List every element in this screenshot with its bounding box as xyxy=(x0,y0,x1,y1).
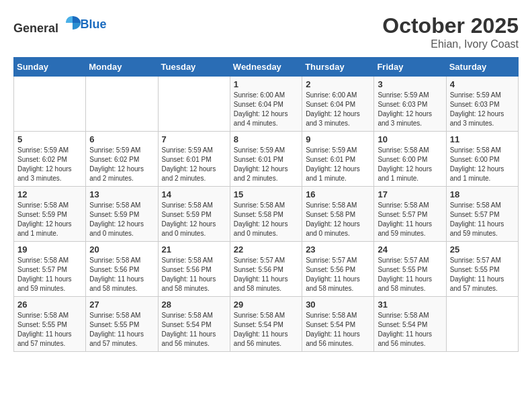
calendar-cell: 19Sunrise: 5:58 AM Sunset: 5:57 PM Dayli… xyxy=(14,242,86,297)
day-number: 21 xyxy=(162,244,226,255)
day-number: 12 xyxy=(17,189,82,199)
day-info: Sunrise: 5:58 AM Sunset: 5:58 PM Dayligh… xyxy=(306,201,370,238)
day-number: 28 xyxy=(162,300,226,310)
calendar-cell: 9Sunrise: 5:59 AM Sunset: 6:01 PM Daylig… xyxy=(302,132,374,187)
day-info: Sunrise: 5:57 AM Sunset: 5:56 PM Dayligh… xyxy=(234,256,298,293)
calendar-cell: 23Sunrise: 5:57 AM Sunset: 5:56 PM Dayli… xyxy=(302,242,374,297)
location-subtitle: Ehian, Ivory Coast xyxy=(382,38,519,50)
title-block: October 2025 Ehian, Ivory Coast xyxy=(382,13,519,50)
day-number: 11 xyxy=(450,134,515,144)
calendar-cell: 29Sunrise: 5:58 AM Sunset: 5:54 PM Dayli… xyxy=(230,297,302,352)
day-number: 9 xyxy=(306,134,370,144)
day-number: 25 xyxy=(450,244,515,255)
calendar-cell: 6Sunrise: 5:59 AM Sunset: 6:02 PM Daylig… xyxy=(86,132,158,187)
day-info: Sunrise: 5:59 AM Sunset: 6:01 PM Dayligh… xyxy=(234,146,298,183)
day-number: 16 xyxy=(306,189,370,199)
day-number: 20 xyxy=(89,244,154,255)
calendar-cell: 18Sunrise: 5:58 AM Sunset: 5:57 PM Dayli… xyxy=(446,187,518,242)
day-number: 3 xyxy=(378,79,442,89)
weekday-header-tuesday: Tuesday xyxy=(158,58,230,77)
calendar-cell: 13Sunrise: 5:58 AM Sunset: 5:59 PM Dayli… xyxy=(86,187,158,242)
day-number: 18 xyxy=(450,189,515,199)
day-number: 26 xyxy=(17,300,82,310)
logo-text-blue: Blue xyxy=(81,17,107,32)
logo: General Blue xyxy=(13,13,107,36)
calendar-cell: 28Sunrise: 5:58 AM Sunset: 5:54 PM Dayli… xyxy=(158,297,230,352)
day-info: Sunrise: 5:57 AM Sunset: 5:56 PM Dayligh… xyxy=(306,256,370,293)
day-number: 8 xyxy=(234,134,298,144)
day-info: Sunrise: 5:58 AM Sunset: 5:58 PM Dayligh… xyxy=(234,201,298,238)
calendar-cell: 11Sunrise: 5:58 AM Sunset: 6:00 PM Dayli… xyxy=(446,132,518,187)
day-info: Sunrise: 5:57 AM Sunset: 5:55 PM Dayligh… xyxy=(450,256,515,293)
week-row-0: 1Sunrise: 6:00 AM Sunset: 6:04 PM Daylig… xyxy=(14,77,519,132)
month-title: October 2025 xyxy=(382,13,519,38)
day-info: Sunrise: 5:58 AM Sunset: 5:55 PM Dayligh… xyxy=(17,311,82,349)
day-number: 19 xyxy=(17,244,82,255)
day-number: 14 xyxy=(162,189,226,199)
logo-icon xyxy=(63,13,82,32)
weekday-header-monday: Monday xyxy=(86,58,158,77)
day-number: 6 xyxy=(89,134,154,144)
weekday-header-thursday: Thursday xyxy=(302,58,374,77)
day-info: Sunrise: 5:58 AM Sunset: 5:56 PM Dayligh… xyxy=(162,256,226,293)
calendar-cell: 30Sunrise: 5:58 AM Sunset: 5:54 PM Dayli… xyxy=(302,297,374,352)
calendar-cell: 2Sunrise: 6:00 AM Sunset: 6:04 PM Daylig… xyxy=(302,77,374,132)
weekday-header-row: SundayMondayTuesdayWednesdayThursdayFrid… xyxy=(14,58,519,77)
day-number: 10 xyxy=(378,134,442,144)
day-number: 29 xyxy=(234,300,298,310)
day-info: Sunrise: 5:58 AM Sunset: 5:55 PM Dayligh… xyxy=(89,311,154,349)
day-info: Sunrise: 5:59 AM Sunset: 6:03 PM Dayligh… xyxy=(450,91,515,128)
day-info: Sunrise: 5:59 AM Sunset: 6:01 PM Dayligh… xyxy=(306,146,370,183)
calendar-cell: 24Sunrise: 5:57 AM Sunset: 5:55 PM Dayli… xyxy=(374,242,446,297)
calendar-cell: 4Sunrise: 5:59 AM Sunset: 6:03 PM Daylig… xyxy=(446,77,518,132)
calendar-cell: 15Sunrise: 5:58 AM Sunset: 5:58 PM Dayli… xyxy=(230,187,302,242)
calendar-cell xyxy=(158,77,230,132)
day-info: Sunrise: 5:59 AM Sunset: 6:02 PM Dayligh… xyxy=(89,146,154,183)
weekday-header-saturday: Saturday xyxy=(446,58,518,77)
day-number: 17 xyxy=(378,189,442,199)
day-info: Sunrise: 5:58 AM Sunset: 5:54 PM Dayligh… xyxy=(306,311,370,349)
calendar-cell: 14Sunrise: 5:58 AM Sunset: 5:59 PM Dayli… xyxy=(158,187,230,242)
calendar-cell xyxy=(446,297,518,352)
week-row-4: 26Sunrise: 5:58 AM Sunset: 5:55 PM Dayli… xyxy=(14,297,519,352)
day-info: Sunrise: 5:58 AM Sunset: 5:54 PM Dayligh… xyxy=(378,311,442,349)
day-info: Sunrise: 5:58 AM Sunset: 5:57 PM Dayligh… xyxy=(378,201,442,238)
day-number: 2 xyxy=(306,79,370,89)
day-number: 30 xyxy=(306,300,370,310)
day-info: Sunrise: 5:58 AM Sunset: 5:57 PM Dayligh… xyxy=(17,256,82,293)
calendar-cell: 10Sunrise: 5:58 AM Sunset: 6:00 PM Dayli… xyxy=(374,132,446,187)
calendar-cell: 22Sunrise: 5:57 AM Sunset: 5:56 PM Dayli… xyxy=(230,242,302,297)
calendar-cell: 7Sunrise: 5:59 AM Sunset: 6:01 PM Daylig… xyxy=(158,132,230,187)
day-number: 1 xyxy=(234,79,298,89)
calendar-cell: 31Sunrise: 5:58 AM Sunset: 5:54 PM Dayli… xyxy=(374,297,446,352)
weekday-header-friday: Friday xyxy=(374,58,446,77)
calendar-cell: 25Sunrise: 5:57 AM Sunset: 5:55 PM Dayli… xyxy=(446,242,518,297)
calendar-cell: 12Sunrise: 5:58 AM Sunset: 5:59 PM Dayli… xyxy=(14,187,86,242)
day-number: 5 xyxy=(17,134,82,144)
calendar-cell: 3Sunrise: 5:59 AM Sunset: 6:03 PM Daylig… xyxy=(374,77,446,132)
day-number: 22 xyxy=(234,244,298,255)
day-number: 31 xyxy=(378,300,442,310)
weekday-header-sunday: Sunday xyxy=(14,58,86,77)
calendar-cell: 17Sunrise: 5:58 AM Sunset: 5:57 PM Dayli… xyxy=(374,187,446,242)
day-info: Sunrise: 5:58 AM Sunset: 5:59 PM Dayligh… xyxy=(162,201,226,238)
day-number: 27 xyxy=(89,300,154,310)
day-number: 13 xyxy=(89,189,154,199)
logo-text-general: General xyxy=(13,21,58,35)
day-info: Sunrise: 5:58 AM Sunset: 5:57 PM Dayligh… xyxy=(450,201,515,238)
week-row-2: 12Sunrise: 5:58 AM Sunset: 5:59 PM Dayli… xyxy=(14,187,519,242)
calendar-cell: 21Sunrise: 5:58 AM Sunset: 5:56 PM Dayli… xyxy=(158,242,230,297)
calendar-cell: 27Sunrise: 5:58 AM Sunset: 5:55 PM Dayli… xyxy=(86,297,158,352)
calendar-cell: 26Sunrise: 5:58 AM Sunset: 5:55 PM Dayli… xyxy=(14,297,86,352)
weekday-header-wednesday: Wednesday xyxy=(230,58,302,77)
calendar-cell xyxy=(14,77,86,132)
calendar-cell: 5Sunrise: 5:59 AM Sunset: 6:02 PM Daylig… xyxy=(14,132,86,187)
day-info: Sunrise: 5:58 AM Sunset: 6:00 PM Dayligh… xyxy=(450,146,515,183)
calendar-cell xyxy=(86,77,158,132)
day-info: Sunrise: 5:58 AM Sunset: 6:00 PM Dayligh… xyxy=(378,146,442,183)
calendar-cell: 1Sunrise: 6:00 AM Sunset: 6:04 PM Daylig… xyxy=(230,77,302,132)
week-row-3: 19Sunrise: 5:58 AM Sunset: 5:57 PM Dayli… xyxy=(14,242,519,297)
day-info: Sunrise: 5:58 AM Sunset: 5:54 PM Dayligh… xyxy=(162,311,226,349)
day-info: Sunrise: 5:58 AM Sunset: 5:59 PM Dayligh… xyxy=(17,201,82,238)
calendar-cell: 20Sunrise: 5:58 AM Sunset: 5:56 PM Dayli… xyxy=(86,242,158,297)
